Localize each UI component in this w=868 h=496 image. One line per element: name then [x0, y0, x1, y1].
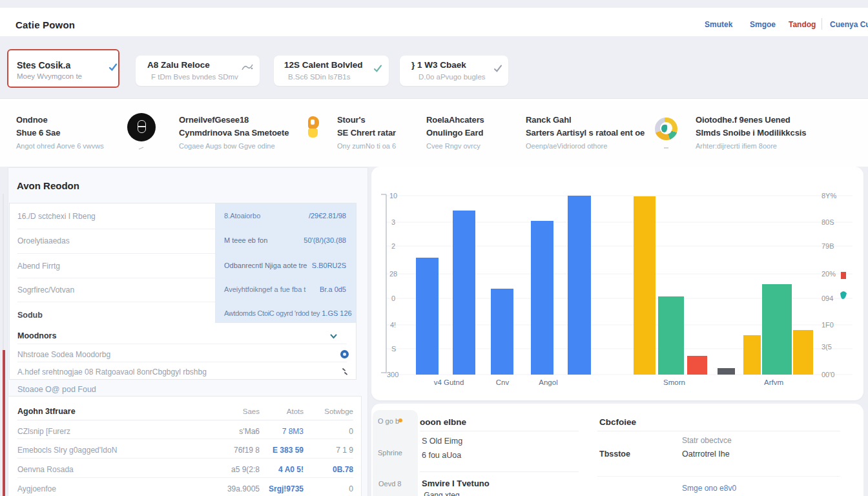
svg-text:0: 0	[391, 294, 395, 302]
svg-text:094: 094	[822, 294, 833, 302]
svg-text:4!: 4!	[390, 321, 396, 329]
svg-text:8Y%: 8Y%	[822, 192, 836, 200]
svg-text:Angol: Angol	[539, 378, 557, 386]
svg-text:300: 300	[387, 371, 398, 378]
svg-text:10: 10	[389, 192, 397, 200]
svg-text:Arfvm: Arfvm	[764, 378, 783, 386]
svg-text:20%: 20%	[822, 270, 836, 278]
svg-text:S: S	[391, 345, 396, 353]
svg-text:Cnv: Cnv	[496, 378, 510, 386]
svg-text:80S: 80S	[822, 218, 834, 226]
svg-text:2: 2	[391, 242, 395, 250]
svg-text:79B: 79B	[822, 242, 834, 250]
svg-text:v4 Gutnd: v4 Gutnd	[434, 378, 464, 386]
svg-text:00'0: 00'0	[822, 371, 834, 378]
svg-text:3(5: 3(5	[822, 343, 832, 351]
svg-text:28: 28	[389, 270, 397, 278]
svg-text:1F0: 1F0	[822, 321, 834, 329]
svg-text:3: 3	[391, 218, 395, 226]
svg-text:Smorn: Smorn	[663, 378, 685, 386]
